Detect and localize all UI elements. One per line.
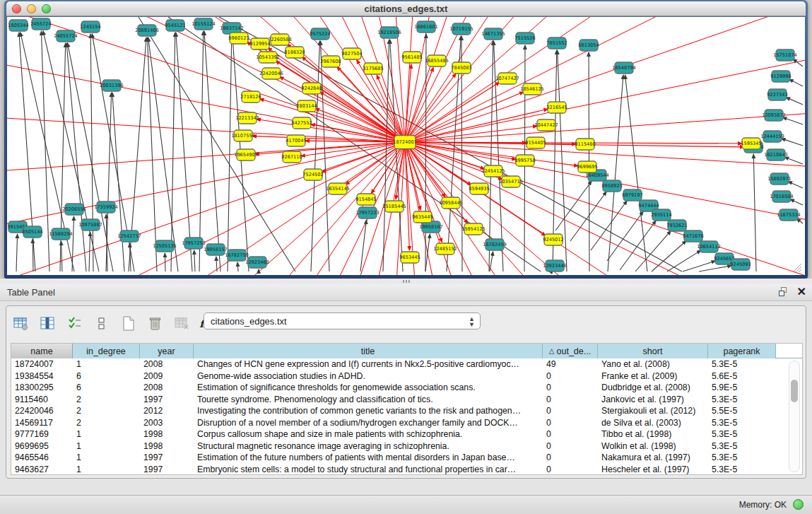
column-header-pagerank[interactable]: pagerank <box>708 344 776 358</box>
network-canvas-svg[interactable]: 1805344245572424055724124515420891406954… <box>7 17 805 275</box>
vertical-scrollbar[interactable] <box>789 361 800 472</box>
graph-node[interactable]: 12213343 <box>235 112 259 124</box>
graph-node[interactable]: 7515526 <box>514 33 535 44</box>
graph-node[interactable]: 12454125 <box>481 165 505 177</box>
new-column-icon[interactable] <box>119 315 138 333</box>
graph-node[interactable]: 22420046 <box>259 68 283 79</box>
table-settings-icon[interactable] <box>12 315 30 333</box>
delete-column-icon[interactable] <box>146 315 165 333</box>
graph-node[interactable]: 7932621 <box>666 220 687 231</box>
graph-node[interactable]: 17957253 <box>182 238 206 249</box>
column-header-year[interactable]: year <box>140 344 194 358</box>
table-row[interactable]: 946554611997Estimation of the future num… <box>11 452 802 464</box>
graph-node[interactable]: 6979197 <box>622 189 642 201</box>
graph-node[interactable]: 2455724 <box>30 18 51 30</box>
table-row[interactable]: 2242004622012Investigating the contribut… <box>11 405 802 417</box>
graph-node[interactable]: 10747427 <box>495 73 519 84</box>
graph-node[interactable]: 16861601 <box>414 21 438 33</box>
graph-node[interactable]: 16354145 <box>326 183 350 194</box>
column-header-indegree[interactable]: in_degree <box>73 344 140 358</box>
table-selector-combobox[interactable]: citations_edges.txt ▲▼ <box>204 313 481 329</box>
show-columns-icon[interactable] <box>39 315 57 333</box>
table-row[interactable]: 1938455462009Genome-wide association stu… <box>11 370 802 382</box>
network-canvas[interactable]: 1805344245572424055724124515420891406954… <box>7 17 805 275</box>
graph-node[interactable]: 9129954 <box>249 38 270 49</box>
graph-node[interactable]: 9154405 <box>525 137 546 148</box>
graph-node[interactable]: 2718126 <box>240 91 261 103</box>
graph-node[interactable]: 12093872 <box>762 110 786 121</box>
divider-grip-icon[interactable] <box>403 280 410 283</box>
graph-node[interactable]: 16210643 <box>764 149 788 160</box>
graph-node[interactable]: 2935114 <box>651 209 671 221</box>
graph-node[interactable]: 15751074 <box>773 49 797 61</box>
graph-node[interactable]: 2967608 <box>320 56 341 67</box>
graph-node[interactable]: 24055724 <box>54 30 78 42</box>
table-row[interactable]: 1872400712008Changes of HCN gene express… <box>11 358 802 370</box>
graph-node[interactable]: 8995758 <box>514 155 535 166</box>
graph-node[interactable]: 9242848 <box>301 83 322 94</box>
graph-node[interactable]: 11675334 <box>777 209 801 221</box>
window-titlebar[interactable]: citations_edges.txt <box>6 1 806 16</box>
table-row[interactable]: 911546021997Tourette syndrome. Phenomeno… <box>11 394 802 406</box>
graph-node[interactable]: 12542737 <box>117 230 141 242</box>
graph-node[interactable]: 10354715 <box>499 176 523 187</box>
delete-table-icon[interactable] <box>173 315 192 333</box>
graph-node[interactable]: 8267110 <box>281 151 302 163</box>
graph-node[interactable]: 8958923 <box>601 180 622 192</box>
graph-node[interactable]: 19958157 <box>204 244 228 255</box>
graph-node[interactable]: 7851552 <box>546 37 567 49</box>
graph-node[interactable]: 7845083 <box>451 62 471 74</box>
graph-node[interactable]: 9561485 <box>401 52 422 63</box>
graph-node[interactable]: 1595345 <box>741 138 761 149</box>
graph-node[interactable]: 18107554 <box>231 130 255 141</box>
graph-node[interactable]: 9154845 <box>355 194 376 205</box>
graph-node[interactable]: 1245154 <box>80 21 100 33</box>
graph-node[interactable]: 9653445 <box>399 252 420 263</box>
graph-node[interactable]: 9245012 <box>543 234 563 245</box>
graph-node[interactable]: 16855485 <box>425 55 449 66</box>
graph-node[interactable]: 10543392 <box>256 52 280 63</box>
float-window-icon[interactable] <box>779 286 790 298</box>
table-row[interactable]: 1456911722003Disruption of a novel membe… <box>11 417 802 429</box>
scrollbar-thumb[interactable] <box>791 380 798 402</box>
graph-node[interactable]: 3216545 <box>546 102 567 113</box>
graph-node[interactable]: 1805344 <box>8 20 28 31</box>
graph-node[interactable]: 19218506 <box>377 27 401 38</box>
graph-node[interactable]: 12923468 <box>245 257 269 268</box>
graph-node[interactable]: 22260588 <box>268 34 292 45</box>
graph-node[interactable]: 12444159 <box>760 131 784 142</box>
table-row[interactable]: 946362711997Embryonic stem cells: a mode… <box>11 464 802 476</box>
graph-node[interactable]: 3175685 <box>363 63 383 74</box>
graph-node[interactable]: 8427552 <box>291 117 312 129</box>
graph-node[interactable]: 9545121 <box>165 20 185 31</box>
graph-node[interactable]: 9245093 <box>730 259 751 270</box>
graph-node[interactable]: 14671355 <box>481 28 505 40</box>
graph-node[interactable]: 16548794 <box>612 62 636 74</box>
graph-node[interactable]: 8471676 <box>683 230 703 242</box>
graph-node[interactable]: 8813054 <box>578 40 599 51</box>
column-checklist-icon[interactable] <box>66 315 84 333</box>
graph-node[interactable]: 9115460 <box>575 139 595 150</box>
table-row[interactable]: 1830029562008Estimation of significance … <box>11 382 802 394</box>
graph-node[interactable]: 10155124 <box>192 18 216 30</box>
graph-node[interactable]: 10654112 <box>697 241 721 252</box>
graph-node[interactable]: 17016504 <box>770 191 794 202</box>
table-row[interactable]: 977716911998Corpus callosum shape and si… <box>11 428 802 440</box>
graph-node[interactable]: 12505135 <box>153 240 177 252</box>
graph-node[interactable]: 8960123 <box>228 33 249 44</box>
graph-node[interactable]: 17957223 <box>355 207 379 218</box>
graph-node[interactable]: 20206556 <box>62 204 86 215</box>
graph-node[interactable]: 15892971 <box>767 173 792 185</box>
graph-node[interactable]: 9699695 <box>577 161 597 173</box>
graph-node[interactable]: 15954125 <box>461 223 486 235</box>
graph-node[interactable]: 12485152 <box>433 243 457 255</box>
graph-node[interactable]: 9227343 <box>767 89 787 100</box>
column-header-short[interactable]: short <box>598 344 708 358</box>
column-header-title[interactable]: title <box>194 344 543 358</box>
graph-node[interactable]: 9575224 <box>310 28 330 40</box>
graph-node[interactable]: 20031396 <box>100 80 124 91</box>
column-header-outde[interactable]: △out_de... <box>543 344 598 358</box>
graph-node[interactable]: 19654903 <box>234 149 258 160</box>
table-row[interactable]: 969969511998Structural magnetic resonanc… <box>11 440 802 452</box>
graph-node[interactable]: 20891406 <box>135 25 159 36</box>
